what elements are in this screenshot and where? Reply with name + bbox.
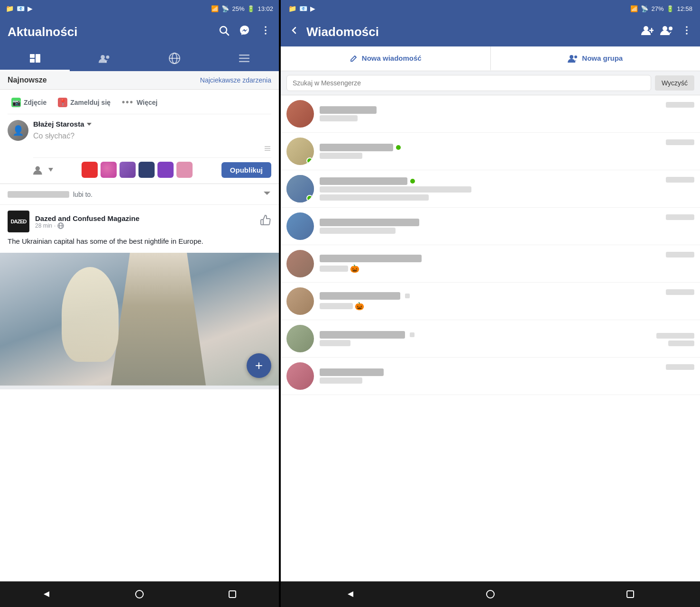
conv-preview-blurred bbox=[320, 266, 348, 272]
conv-time-blurred bbox=[666, 102, 694, 108]
swatch-light-pink[interactable] bbox=[176, 162, 193, 178]
audience-selector[interactable] bbox=[33, 165, 53, 175]
online-dot-inline bbox=[410, 179, 415, 184]
online-indicator bbox=[306, 195, 313, 202]
more-menu-button[interactable] bbox=[260, 25, 271, 39]
photo-action-button[interactable]: 📷 Zdjęcie bbox=[8, 95, 50, 109]
nav-back-left[interactable] bbox=[35, 585, 58, 604]
top-bar-icons bbox=[218, 25, 271, 39]
fab-button[interactable]: + bbox=[247, 353, 271, 378]
composer-user-name: Błażej Starosta bbox=[33, 120, 271, 128]
wifi-icon: 📶 bbox=[211, 5, 219, 12]
user-avatar: 👤 bbox=[8, 120, 28, 141]
conv-time-blurred bbox=[666, 139, 694, 145]
tab-menu[interactable] bbox=[209, 46, 279, 71]
conv-name-blurred bbox=[320, 331, 405, 339]
conversation-item[interactable] bbox=[281, 133, 700, 170]
tab-friends[interactable] bbox=[70, 46, 139, 71]
svg-rect-5 bbox=[30, 54, 35, 58]
conv-name-row bbox=[320, 368, 660, 376]
publish-button[interactable]: Opublikuj bbox=[221, 162, 271, 178]
search-clear-button[interactable]: Wyczyść bbox=[655, 75, 694, 91]
post-placeholder-text[interactable]: Co słychać? bbox=[33, 130, 271, 142]
battery-icon: 🔋 bbox=[247, 5, 255, 12]
more-label: Więcej bbox=[137, 99, 157, 106]
post-page-name[interactable]: Dazed and Confused Magazine bbox=[35, 214, 254, 222]
right-panel: 📁 📧 ▶ 📶 📡 27% 🔋 12:58 Wiadomości bbox=[281, 0, 700, 607]
feed-filter-alt[interactable]: Najciekawsze zdarzenia bbox=[200, 76, 271, 84]
svg-point-29 bbox=[663, 26, 667, 31]
search-button[interactable] bbox=[218, 25, 230, 39]
like-button[interactable] bbox=[260, 214, 271, 229]
conv-emoji: 🎃 bbox=[355, 302, 364, 311]
messenger-search-input[interactable] bbox=[286, 75, 651, 91]
svg-rect-13 bbox=[239, 55, 249, 56]
photo-icon: 📷 bbox=[11, 98, 21, 107]
nav-recents-left[interactable] bbox=[221, 585, 244, 604]
conv-time-blurred bbox=[666, 252, 694, 258]
swatch-pink[interactable] bbox=[101, 162, 117, 178]
r-nav-recents[interactable] bbox=[618, 585, 642, 604]
conversation-item[interactable] bbox=[281, 208, 700, 245]
liker-name-blurred bbox=[8, 191, 69, 198]
svg-marker-19 bbox=[264, 192, 270, 195]
r-nav-back[interactable] bbox=[339, 585, 362, 604]
conv-info bbox=[320, 368, 660, 384]
r-app-icon-3: ▶ bbox=[310, 5, 315, 12]
svg-point-30 bbox=[669, 27, 672, 30]
conversation-item[interactable] bbox=[281, 170, 700, 208]
conv-name-row bbox=[320, 177, 660, 185]
conv-time-blurred bbox=[666, 177, 694, 183]
r-nav-home[interactable] bbox=[479, 585, 502, 604]
new-group-button[interactable]: Nowa grupa bbox=[491, 46, 700, 71]
conversation-item[interactable] bbox=[281, 358, 700, 395]
r-app-icon-2: 📧 bbox=[299, 5, 307, 12]
swatch-navy[interactable] bbox=[138, 162, 155, 178]
tab-feed[interactable] bbox=[0, 46, 70, 71]
more-action-button[interactable]: ••• Więcej bbox=[118, 95, 161, 109]
r-signal-icon: 📡 bbox=[641, 5, 648, 12]
back-button[interactable] bbox=[288, 25, 300, 39]
verified-badge bbox=[410, 332, 414, 337]
tab-globe[interactable] bbox=[139, 46, 209, 71]
new-message-button[interactable]: Nowa wiadomość bbox=[281, 46, 491, 71]
conversation-item[interactable]: 🎃 bbox=[281, 245, 700, 283]
conversation-item[interactable] bbox=[281, 95, 700, 133]
conv-avatar bbox=[286, 287, 314, 315]
likes-suffix: lubi to. bbox=[73, 191, 92, 198]
conv-time-blurred bbox=[666, 364, 694, 370]
expand-icon[interactable] bbox=[263, 189, 271, 200]
conversation-item[interactable]: 🎃 bbox=[281, 283, 700, 320]
add-group-button[interactable] bbox=[660, 25, 674, 39]
messenger-button[interactable] bbox=[239, 25, 250, 39]
r-battery-label: 27% bbox=[651, 5, 663, 12]
swatch-purple[interactable] bbox=[120, 162, 136, 178]
conv-avatar bbox=[286, 325, 314, 352]
conv-info: 🎃 bbox=[320, 255, 660, 273]
conv-preview-blurred bbox=[320, 153, 362, 159]
conversation-item[interactable] bbox=[281, 320, 700, 358]
conv-info bbox=[320, 106, 660, 121]
conv-info bbox=[320, 177, 660, 201]
conv-emoji: 🎃 bbox=[350, 264, 359, 273]
svg-point-3 bbox=[265, 29, 267, 31]
conv-avatar bbox=[286, 250, 314, 277]
nav-home-left[interactable] bbox=[128, 585, 151, 604]
checkin-action-button[interactable]: 📍 Zamelduj się bbox=[54, 95, 114, 109]
conv-preview-blurred bbox=[320, 186, 471, 193]
add-contact-button[interactable] bbox=[641, 25, 654, 39]
r-more-menu-button[interactable] bbox=[681, 25, 692, 39]
post-input-area: 📷 Zdjęcie 📍 Zamelduj się ••• Więcej 👤 Bł… bbox=[0, 90, 279, 184]
swatch-violet[interactable] bbox=[157, 162, 174, 178]
photo-label: Zdjęcie bbox=[24, 99, 46, 106]
online-indicator bbox=[306, 157, 313, 164]
time-label: 13:02 bbox=[258, 5, 273, 12]
color-swatches bbox=[82, 162, 193, 178]
conv-avatar bbox=[286, 138, 314, 165]
r-app-icon-1: 📁 bbox=[288, 5, 296, 12]
post-action-bar: 📷 Zdjęcie 📍 Zamelduj się ••• Więcej bbox=[8, 95, 271, 114]
app-icon-1: 📁 bbox=[6, 5, 14, 12]
new-message-label: Nowa wiadomość bbox=[362, 54, 422, 62]
swatch-red[interactable] bbox=[82, 162, 98, 178]
r-wifi-icon: 📶 bbox=[630, 5, 638, 12]
